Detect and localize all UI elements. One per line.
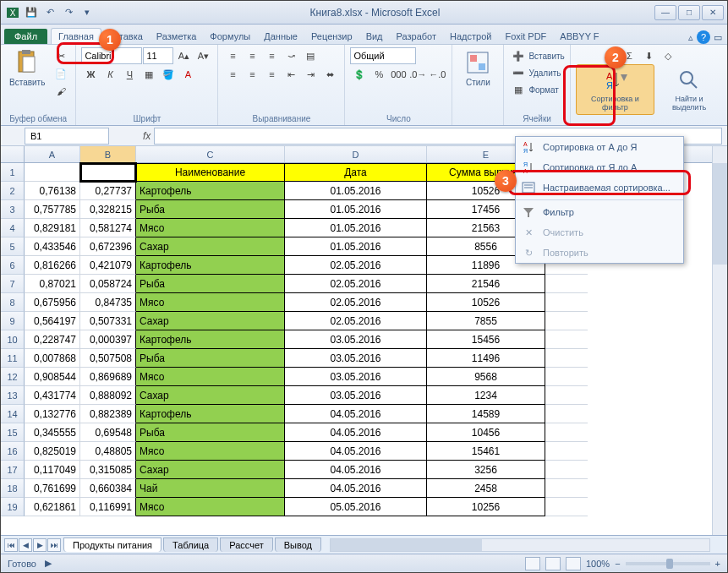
- tab-formulas[interactable]: Формулы: [203, 29, 257, 44]
- vertical-scrollbar[interactable]: [712, 146, 727, 535]
- sheet-tab-0[interactable]: Продукты питания: [63, 538, 161, 552]
- cell[interactable]: [545, 423, 588, 442]
- cell[interactable]: 0,675956: [25, 293, 80, 312]
- cell[interactable]: [545, 293, 588, 312]
- row-header[interactable]: 13: [1, 386, 25, 405]
- cell-product[interactable]: Картофель: [136, 330, 285, 349]
- border-button[interactable]: ▦: [140, 66, 158, 83]
- cell-date[interactable]: 02.05.2016: [285, 312, 427, 330]
- cell-date[interactable]: 01.05.2016: [285, 237, 427, 256]
- qat-more-icon[interactable]: ▾: [79, 4, 96, 21]
- cell-date[interactable]: 02.05.2016: [285, 256, 427, 275]
- sheet-tab-2[interactable]: Рассчет: [220, 538, 273, 552]
- cell[interactable]: 0,761699: [25, 479, 80, 498]
- tab-abbyy[interactable]: ABBYY F: [553, 29, 605, 44]
- row-header[interactable]: 10: [1, 330, 25, 349]
- font-size-combo[interactable]: [143, 47, 173, 64]
- cell-product[interactable]: Мясо: [136, 293, 285, 312]
- horizontal-scrollbar[interactable]: [330, 538, 710, 552]
- align-left-button[interactable]: ≡: [223, 66, 242, 83]
- cell-product[interactable]: Рыба: [136, 275, 285, 293]
- cell-date[interactable]: 04.05.2016: [285, 461, 427, 479]
- cell-revenue[interactable]: 15461: [427, 442, 545, 461]
- macro-record-icon[interactable]: ▶: [45, 558, 52, 569]
- cell[interactable]: 0,581274: [80, 219, 136, 237]
- cell[interactable]: 0,132776: [25, 405, 80, 423]
- col-header-C[interactable]: C: [136, 146, 285, 162]
- undo-button[interactable]: ↶: [41, 4, 58, 21]
- cell-date[interactable]: 02.05.2016: [285, 275, 427, 293]
- cell-date[interactable]: 04.05.2016: [285, 479, 427, 498]
- row-header[interactable]: 8: [1, 293, 25, 312]
- cell-date[interactable]: 05.05.2016: [285, 498, 427, 516]
- sheet-nav-prev[interactable]: ◀: [19, 538, 32, 552]
- cell-product[interactable]: Мясо: [136, 368, 285, 386]
- cell-product[interactable]: Картофель: [136, 405, 285, 423]
- sheet-tab-3[interactable]: Вывод: [275, 538, 321, 552]
- tab-review[interactable]: Рецензир: [304, 29, 359, 44]
- filter-item[interactable]: Фильтр: [516, 202, 683, 222]
- cell-product[interactable]: Сахар: [136, 312, 285, 330]
- cell-date[interactable]: 01.05.2016: [285, 200, 427, 219]
- cell[interactable]: [545, 368, 588, 386]
- italic-button[interactable]: К: [101, 66, 119, 83]
- cell-revenue[interactable]: 2458: [427, 479, 545, 498]
- row-header[interactable]: 5: [1, 237, 25, 256]
- row-header[interactable]: 18: [1, 479, 25, 498]
- cell-product[interactable]: Рыба: [136, 423, 285, 442]
- font-color-button[interactable]: A: [178, 66, 197, 83]
- cell[interactable]: [25, 163, 80, 182]
- ribbon-minimize-icon[interactable]: ▵: [688, 32, 693, 43]
- row-header[interactable]: 15: [1, 423, 25, 442]
- col-header-B[interactable]: B: [80, 146, 136, 162]
- cell-product[interactable]: Мясо: [136, 219, 285, 237]
- cell[interactable]: [545, 386, 588, 405]
- cell[interactable]: 0,315085: [80, 461, 136, 479]
- row-header[interactable]: 19: [1, 498, 25, 516]
- maximize-button[interactable]: □: [678, 5, 700, 20]
- cell[interactable]: 0,564197: [25, 312, 80, 330]
- underline-button[interactable]: Ч: [120, 66, 139, 83]
- view-pagebreak-button[interactable]: [566, 557, 581, 570]
- cell[interactable]: 0,328215: [80, 200, 136, 219]
- cell[interactable]: 0,76138: [25, 182, 80, 200]
- cell[interactable]: 0,825019: [25, 442, 80, 461]
- select-all-corner[interactable]: [1, 146, 25, 162]
- currency-button[interactable]: 💲: [350, 66, 369, 83]
- header-date[interactable]: Дата: [285, 163, 427, 182]
- cell-date[interactable]: 04.05.2016: [285, 442, 427, 461]
- fx-icon[interactable]: fx: [143, 130, 151, 142]
- sort-filter-button[interactable]: АЯ Сортировка и фильтр: [576, 64, 654, 115]
- cell-product[interactable]: Чай: [136, 479, 285, 498]
- align-center-button[interactable]: ≡: [243, 66, 261, 83]
- cell-date[interactable]: 03.05.2016: [285, 386, 427, 405]
- row-header[interactable]: 11: [1, 349, 25, 368]
- cell-product[interactable]: Сахар: [136, 237, 285, 256]
- cell[interactable]: 0,757785: [25, 200, 80, 219]
- bold-button[interactable]: Ж: [81, 66, 100, 83]
- zoom-in-button[interactable]: +: [715, 559, 720, 569]
- row-header[interactable]: 3: [1, 200, 25, 219]
- cell[interactable]: 0,27737: [80, 182, 136, 200]
- cell[interactable]: 0,507508: [80, 349, 136, 368]
- paste-button[interactable]: Вставить: [6, 47, 48, 89]
- zoom-slider[interactable]: [626, 562, 710, 565]
- wrap-text-button[interactable]: ▤: [301, 47, 320, 64]
- cell[interactable]: 0,345555: [25, 423, 80, 442]
- row-header[interactable]: 2: [1, 182, 25, 200]
- cell[interactable]: 0,816266: [25, 256, 80, 275]
- row-header[interactable]: 6: [1, 256, 25, 275]
- cell[interactable]: 0,507331: [80, 312, 136, 330]
- cell-date[interactable]: 03.05.2016: [285, 349, 427, 368]
- cell[interactable]: [545, 479, 588, 498]
- tab-data[interactable]: Данные: [257, 29, 304, 44]
- insert-cells-button[interactable]: ➕: [509, 47, 528, 64]
- cell[interactable]: [545, 461, 588, 479]
- cell-product[interactable]: Рыба: [136, 200, 285, 219]
- file-tab[interactable]: Файл: [4, 29, 47, 44]
- format-cells-button[interactable]: ▦: [509, 81, 528, 98]
- cell[interactable]: 0,48805: [80, 442, 136, 461]
- clear-button[interactable]: ◇: [659, 47, 677, 64]
- close-button[interactable]: ✕: [702, 5, 724, 20]
- cell[interactable]: 0,672396: [80, 237, 136, 256]
